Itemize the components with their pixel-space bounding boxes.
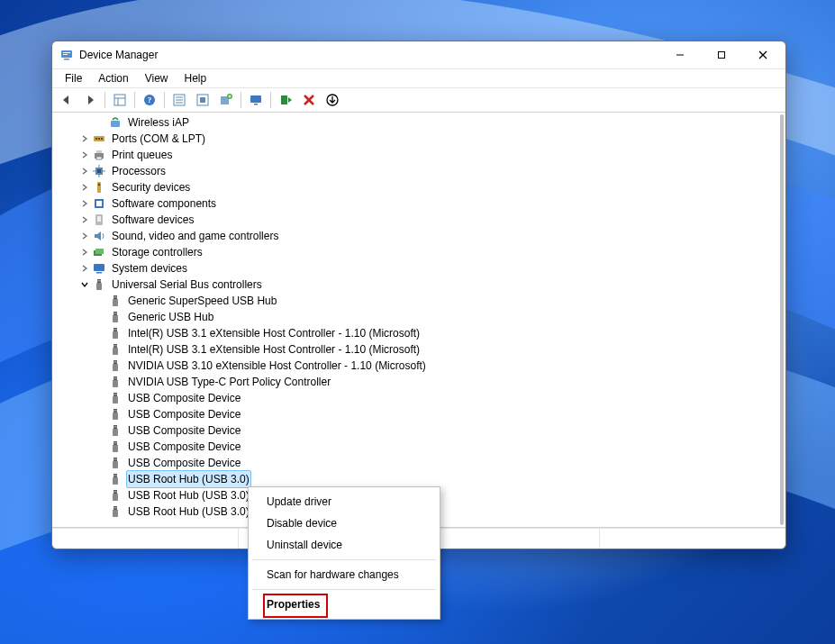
tree-node-label: USB Composite Device: [126, 406, 242, 422]
port-icon: [92, 132, 106, 146]
svg-rect-48: [97, 216, 101, 222]
maximize-button[interactable]: [701, 41, 742, 68]
svg-rect-90: [113, 429, 118, 436]
minimize-button[interactable]: [659, 41, 701, 68]
download-icon: [325, 93, 340, 107]
svg-rect-29: [111, 121, 120, 127]
svg-rect-68: [116, 329, 117, 331]
svg-rect-102: [113, 477, 118, 485]
menu-action[interactable]: Action: [91, 71, 135, 86]
close-button[interactable]: [742, 41, 784, 68]
menu-help[interactable]: Help: [177, 71, 214, 86]
toolbar-add-device-button[interactable]: [215, 89, 237, 111]
chevron-down-icon[interactable]: [79, 281, 90, 288]
context-menu-item[interactable]: Properties: [250, 594, 438, 615]
svg-rect-88: [116, 410, 117, 412]
toolbar-separator: [270, 92, 271, 108]
toolbar-monitor-button[interactable]: [245, 89, 267, 111]
tree-node[interactable]: Sound, video and game controllers: [52, 228, 785, 244]
tree-node[interactable]: Software devices: [52, 212, 785, 228]
tree-node[interactable]: USB Composite Device: [52, 455, 785, 471]
toolbar-tree-view-button[interactable]: [109, 89, 131, 111]
cpu-icon: [92, 164, 106, 178]
tree-node[interactable]: NVIDIA USB Type-C Port Policy Controller: [52, 374, 785, 390]
chevron-right-icon[interactable]: [79, 232, 90, 240]
svg-rect-80: [116, 377, 117, 379]
chevron-right-icon[interactable]: [79, 135, 90, 142]
tree-node-label: USB Composite Device: [126, 422, 242, 439]
tree-node[interactable]: NVIDIA USB 3.10 eXtensible Host Controll…: [52, 358, 785, 374]
svg-rect-76: [116, 361, 117, 363]
chevron-right-icon[interactable]: [79, 265, 90, 272]
tree-node[interactable]: Security devices: [52, 179, 785, 195]
menu-file[interactable]: File: [58, 71, 89, 86]
toolbar-install-button[interactable]: [275, 89, 296, 111]
context-menu-item[interactable]: Uninstall device: [250, 534, 438, 556]
tree-node-label: USB Composite Device: [126, 455, 242, 471]
svg-rect-55: [98, 280, 99, 282]
tree-node[interactable]: Ports (COM & LPT): [52, 131, 785, 147]
title-bar[interactable]: Device Manager: [52, 41, 785, 68]
tree-node[interactable]: Generic USB Hub: [52, 309, 785, 325]
toolbar-details-button[interactable]: [168, 89, 190, 111]
tree-node[interactable]: Universal Serial Bus controllers: [52, 277, 785, 293]
toolbar-delete-button[interactable]: [298, 89, 320, 111]
add-device-icon: [219, 93, 233, 107]
svg-rect-104: [116, 475, 117, 476]
tree-node[interactable]: USB Composite Device: [52, 390, 785, 406]
toolbar-back-button[interactable]: [56, 89, 77, 111]
app-icon: [59, 48, 74, 62]
usb-icon: [108, 358, 123, 373]
tree-node[interactable]: System devices: [52, 260, 785, 277]
toolbar-separator: [104, 92, 105, 108]
svg-rect-91: [114, 426, 115, 428]
context-menu-item[interactable]: Scan for hardware changes: [250, 564, 438, 585]
tree-node[interactable]: Print queues: [52, 147, 785, 163]
tree-node[interactable]: Intel(R) USB 3.1 eXtensible Host Control…: [52, 341, 785, 358]
tree-node[interactable]: Intel(R) USB 3.1 eXtensible Host Control…: [52, 325, 785, 341]
svg-rect-82: [113, 396, 118, 404]
svg-rect-110: [113, 510, 118, 517]
tree-node[interactable]: Storage controllers: [52, 244, 785, 260]
svg-rect-56: [100, 280, 101, 282]
tree-node[interactable]: USB Composite Device: [52, 439, 785, 455]
chevron-right-icon[interactable]: [79, 168, 90, 175]
tree-node-label: Universal Serial Bus controllers: [110, 277, 264, 293]
tree-node[interactable]: Wireless iAP: [52, 114, 785, 131]
toolbar-toggle-button[interactable]: [192, 89, 213, 111]
tree-node-label: System devices: [110, 260, 189, 277]
context-menu-item[interactable]: Disable device: [250, 512, 438, 534]
svg-rect-51: [94, 264, 104, 271]
tree-node[interactable]: USB Root Hub (USB 3.0): [52, 471, 785, 487]
svg-rect-32: [98, 138, 100, 140]
menu-view[interactable]: View: [138, 71, 176, 86]
tree-node[interactable]: USB Composite Device: [52, 422, 785, 439]
usb-icon: [108, 423, 123, 438]
vertical-scrollbar[interactable]: [780, 114, 784, 525]
install-icon: [278, 93, 293, 107]
tree-node-label: USB Composite Device: [126, 390, 242, 406]
chevron-right-icon[interactable]: [79, 184, 90, 191]
storage-icon: [92, 245, 106, 259]
tree-node[interactable]: Processors: [52, 163, 785, 179]
chevron-right-icon[interactable]: [79, 200, 90, 207]
chevron-right-icon[interactable]: [79, 151, 90, 159]
tree-node[interactable]: USB Composite Device: [52, 406, 785, 422]
toolbar-help-button[interactable]: ?: [139, 89, 160, 111]
usb-icon: [108, 391, 123, 405]
chevron-right-icon[interactable]: [79, 216, 90, 223]
svg-rect-54: [96, 283, 102, 290]
component-icon: [92, 196, 106, 211]
usb-icon: [108, 488, 123, 503]
context-menu-item[interactable]: Update driver: [250, 491, 438, 512]
tree-node[interactable]: Generic SuperSpeed USB Hub: [52, 293, 785, 309]
tree-node[interactable]: Software components: [52, 195, 785, 212]
device-tree[interactable]: Wireless iAPPorts (COM & LPT)Print queue…: [52, 113, 785, 527]
tree-node-label: Software components: [110, 195, 218, 212]
toolbar-forward-button[interactable]: [79, 89, 101, 111]
tree-node-label: Sound, video and game controllers: [110, 228, 280, 244]
tree-node-label: USB Composite Device: [126, 439, 242, 455]
toolbar-download-button[interactable]: [322, 89, 343, 111]
chevron-right-icon[interactable]: [79, 249, 90, 256]
usb-icon: [108, 375, 123, 389]
